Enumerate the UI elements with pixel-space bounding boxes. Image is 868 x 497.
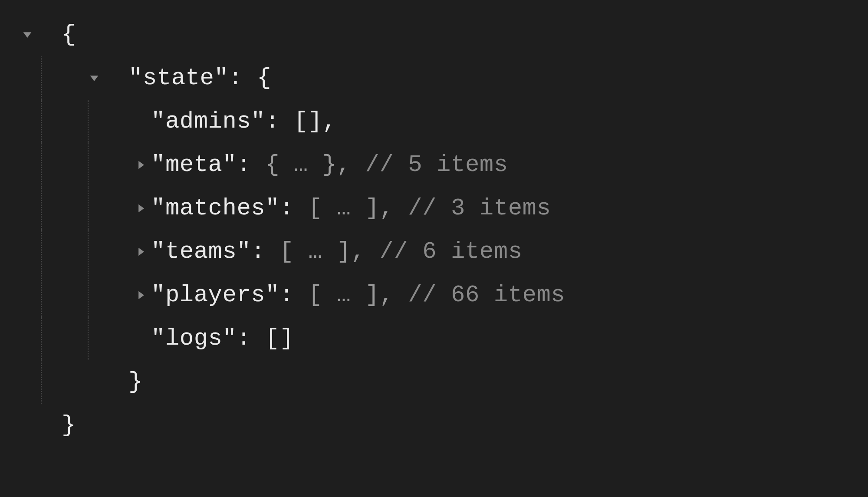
chevron-right-icon[interactable]	[131, 202, 151, 214]
tree-row-admins[interactable]: "admins": [],	[17, 100, 851, 143]
guide-spacer	[17, 72, 37, 84]
json-tree-viewer: { "state": { "admins": [], "meta": { … }…	[0, 0, 868, 464]
chevron-right-icon[interactable]	[131, 246, 151, 258]
no-chevron	[131, 332, 151, 345]
json-value-players: [ … ],	[308, 273, 394, 317]
item-count-players: // 66 items	[408, 273, 565, 317]
json-value-matches: [ … ],	[308, 187, 394, 230]
item-count-matches: // 3 items	[408, 187, 551, 230]
tree-row-matches[interactable]: "matches": [ … ], // 3 items	[17, 187, 851, 230]
chevron-down-icon[interactable]	[17, 29, 37, 41]
json-key-teams: "teams"	[151, 230, 251, 273]
chevron-right-icon[interactable]	[131, 289, 151, 301]
json-key-players: "players"	[151, 273, 279, 317]
tree-row-root-close: }	[17, 404, 851, 447]
tree-row-teams[interactable]: "teams": [ … ], // 6 items	[17, 230, 851, 273]
json-key-matches: "matches"	[151, 187, 279, 230]
json-value-teams: [ … ],	[279, 230, 365, 273]
close-brace: }	[128, 360, 143, 404]
no-chevron	[131, 115, 151, 128]
chevron-down-icon[interactable]	[84, 72, 104, 84]
tree-row-logs[interactable]: "logs": []	[17, 317, 851, 360]
open-brace: {	[62, 13, 76, 56]
json-value-meta: { … },	[265, 143, 351, 187]
json-key-logs: "logs"	[151, 317, 237, 360]
json-key-state: "state"	[128, 56, 228, 100]
json-value-logs: []	[265, 317, 294, 360]
tree-row-root-open[interactable]: {	[17, 13, 851, 56]
tree-row-meta[interactable]: "meta": { … }, // 5 items	[17, 143, 851, 187]
tree-row-state-close: }	[17, 360, 851, 404]
close-brace: }	[62, 404, 76, 447]
json-key-meta: "meta"	[151, 143, 237, 187]
json-key-admins: "admins"	[151, 100, 265, 143]
item-count-meta: // 5 items	[365, 143, 508, 187]
colon-open-brace: : {	[228, 56, 271, 100]
tree-row-state-open[interactable]: "state": {	[17, 56, 851, 100]
chevron-right-icon[interactable]	[131, 159, 151, 171]
tree-row-players[interactable]: "players": [ … ], // 66 items	[17, 273, 851, 317]
json-value-admins: [],	[294, 100, 337, 143]
item-count-teams: // 6 items	[380, 230, 523, 273]
